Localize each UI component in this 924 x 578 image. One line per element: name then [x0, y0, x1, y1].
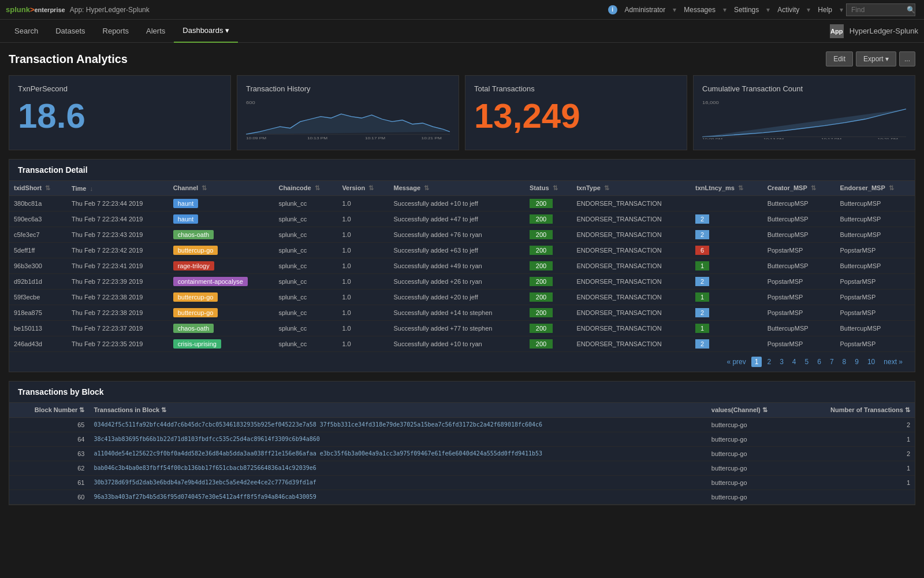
cell-channel: buttercup-go: [169, 305, 274, 321]
find-input[interactable]: [846, 3, 915, 16]
top-navbar: splunk>enterprise App: HyperLedger-Splun…: [0, 0, 924, 20]
page-title: Transaction Analytics: [9, 53, 128, 66]
page-1-button[interactable]: 1: [751, 357, 762, 367]
cell-txid: c5fe3ec7: [9, 227, 67, 243]
page-8-button[interactable]: 8: [839, 357, 850, 367]
page-10-button[interactable]: 10: [864, 357, 878, 367]
nav-reports[interactable]: Reports: [94, 20, 138, 43]
cell-message: Successfully added +20 to jeff: [389, 290, 525, 305]
col-latency[interactable]: txnLtncy_ms ⇅: [691, 181, 763, 196]
cell-channel: haunt: [169, 212, 274, 227]
col-chaincode[interactable]: Chaincode ⇅: [274, 181, 337, 196]
col-transactions-in-block[interactable]: Transactions in Block ⇅: [89, 403, 706, 418]
svg-text:16,000: 16,000: [702, 100, 719, 105]
cell-message: Successfully added +47 to jeff: [389, 212, 525, 227]
hyperledger-label: HyperLedger-Splunk: [850, 27, 918, 35]
cell-version: 1.0: [337, 243, 389, 258]
col-block-number[interactable]: Block Number ⇅: [9, 403, 89, 418]
col-creator[interactable]: Creator_MSP ⇅: [763, 181, 836, 196]
cell-message: Successfully added +10 to jeff: [389, 196, 525, 212]
admin-menu[interactable]: Administrator: [620, 6, 670, 14]
nav-search[interactable]: Search: [6, 20, 47, 43]
col-channel[interactable]: Channel ⇅: [169, 181, 274, 196]
table-row: 918ea875 Thu Feb 7 22:23:38 2019 butterc…: [9, 305, 915, 321]
cell-endorser: PopstarMSP: [836, 336, 915, 352]
cell-endorser: PopstarMSP: [836, 290, 915, 305]
cell-txntype: ENDORSER_TRANSACTION: [572, 227, 691, 243]
page-2-button[interactable]: 2: [763, 357, 774, 367]
nav-datasets[interactable]: Datasets: [47, 20, 94, 43]
export-button[interactable]: Export ▾: [856, 51, 896, 66]
help-menu[interactable]: Help: [813, 6, 837, 14]
next-page-button[interactable]: next »: [880, 357, 906, 367]
col-txntype[interactable]: txnType ⇅: [572, 181, 691, 196]
cell-channel-value: buttercup-go: [707, 418, 795, 432]
cell-count: 1: [795, 476, 915, 490]
table-row: 59f3ecbe Thu Feb 7 22:23:38 2019 butterc…: [9, 290, 915, 305]
nav-alerts[interactable]: Alerts: [137, 20, 174, 43]
settings-menu[interactable]: Settings: [729, 6, 763, 14]
second-nav-right: App HyperLedger-Splunk: [830, 24, 918, 38]
nav-dashboards[interactable]: Dashboards ▾: [174, 20, 238, 43]
svg-text:10:09 PM: 10:09 PM: [246, 136, 266, 139]
transaction-detail-title: Transaction Detail: [9, 160, 915, 181]
cell-txntype: ENDORSER_TRANSACTION: [572, 274, 691, 290]
list-item: 63 a11040de54e125622c9f0bf0a4dd582e36d84…: [9, 447, 915, 461]
cell-status: 200: [525, 212, 572, 227]
svg-text:10:17 PM: 10:17 PM: [821, 137, 841, 139]
cell-latency: 2: [691, 274, 763, 290]
col-values-channel[interactable]: values(Channel) ⇅: [707, 403, 795, 418]
page-5-button[interactable]: 5: [802, 357, 813, 367]
svg-text:10:21 PM: 10:21 PM: [422, 136, 442, 139]
col-endorser[interactable]: Endorser_MSP ⇅: [836, 181, 915, 196]
pagination: « prev 1 2 3 4 5 6 7 8 9 10 next »: [9, 352, 915, 372]
block-table-header: Block Number ⇅ Transactions in Block ⇅ v…: [9, 403, 915, 418]
page-4-button[interactable]: 4: [789, 357, 800, 367]
cell-chaincode: splunk_cc: [274, 212, 337, 227]
page-7-button[interactable]: 7: [826, 357, 837, 367]
cell-status: 200: [525, 336, 572, 352]
transaction-detail-table: txidShort ⇅ Time ↓ Channel ⇅ Chaincode ⇅…: [9, 181, 915, 352]
cell-status: 200: [525, 227, 572, 243]
activity-menu[interactable]: Activity: [773, 6, 804, 14]
cell-message: Successfully added +10 to ryan: [389, 336, 525, 352]
cell-channel-value: buttercup-go: [707, 476, 795, 490]
col-status[interactable]: Status ⇅: [525, 181, 572, 196]
cell-time: Thu Feb 7 22:23:41 2019: [67, 258, 169, 274]
page-6-button[interactable]: 6: [814, 357, 825, 367]
splunk-logo: splunk>enterprise: [6, 5, 65, 14]
cell-time: Thu Feb 7 22:23:44 2019: [67, 196, 169, 212]
transaction-history-title: Transaction History: [246, 84, 450, 93]
col-time[interactable]: Time ↓: [67, 181, 169, 196]
prev-page-button[interactable]: « prev: [723, 357, 749, 367]
cell-latency: 1: [691, 321, 763, 336]
col-version[interactable]: Version ⇅: [337, 181, 389, 196]
cell-count: 2: [795, 418, 915, 432]
cell-chaincode: splunk_cc: [274, 305, 337, 321]
page-3-button[interactable]: 3: [776, 357, 787, 367]
cell-message: Successfully added +77 to stephen: [389, 321, 525, 336]
cell-endorser: ButtercupMSP: [836, 321, 915, 336]
cell-txid: d92b1d1d: [9, 274, 67, 290]
more-button[interactable]: ...: [899, 51, 915, 66]
table-row: 96b3e300 Thu Feb 7 22:23:41 2019 rage-tr…: [9, 258, 915, 274]
cell-endorser: PopstarMSP: [836, 305, 915, 321]
page-9-button[interactable]: 9: [851, 357, 862, 367]
page-content: Transaction Analytics Edit Export ▾ ... …: [0, 43, 924, 523]
cell-creator: ButtercupMSP: [763, 212, 836, 227]
cell-latency: 2: [691, 212, 763, 227]
cell-txid: 380bc81a: [9, 196, 67, 212]
cell-creator: ButtercupMSP: [763, 321, 836, 336]
col-txid[interactable]: txidShort ⇅: [9, 181, 67, 196]
top-nav-right: i Administrator ▾ Messages ▾ Settings ▾ …: [608, 3, 918, 16]
col-message[interactable]: Message ⇅: [389, 181, 525, 196]
page-actions: Edit Export ▾ ...: [826, 51, 915, 66]
col-number-of-transactions[interactable]: Number of Transactions ⇅: [795, 403, 915, 418]
cell-channel: crisis-uprising: [169, 336, 274, 352]
edit-button[interactable]: Edit: [826, 51, 853, 66]
cell-status: 200: [525, 196, 572, 212]
list-item: 62 bab046c3b4ba0e83fbff54f00cb136bb17f65…: [9, 461, 915, 476]
messages-menu[interactable]: Messages: [679, 6, 720, 14]
cell-version: 1.0: [337, 305, 389, 321]
cell-endorser: ButtercupMSP: [836, 196, 915, 212]
